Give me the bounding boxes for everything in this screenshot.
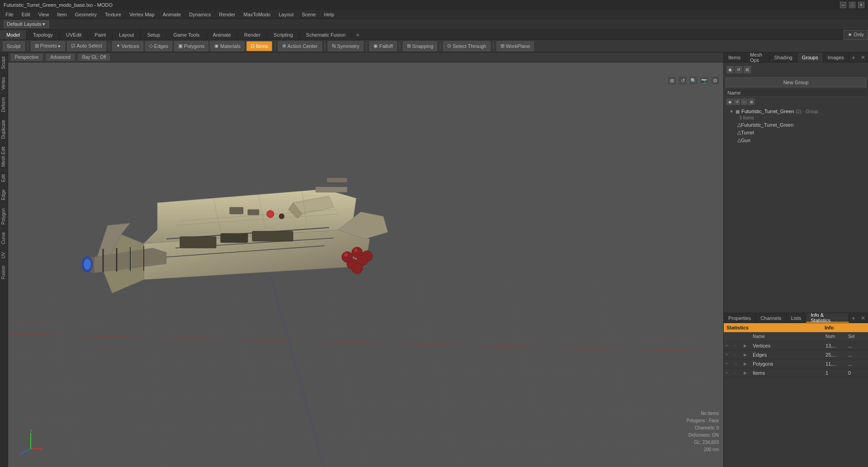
group-child-3[interactable]: △ Gun <box>726 136 865 144</box>
symmetry-button[interactable]: ⇆ Symmetry <box>328 41 364 51</box>
collapse-items[interactable]: - <box>735 371 744 375</box>
perspective-button[interactable]: Perspective <box>11 54 42 61</box>
tab-channels[interactable]: Channels <box>756 313 786 323</box>
group-child-2[interactable]: △ Turret <box>726 129 865 136</box>
select-through-button[interactable]: ⊙ Select Through <box>443 41 490 51</box>
tab-render[interactable]: Render <box>238 30 267 39</box>
menu-scene[interactable]: Scene <box>298 11 319 18</box>
tab-model[interactable]: Model <box>0 30 27 39</box>
ray-gl-button[interactable]: Ray GL: Off <box>78 54 110 61</box>
tab-paint[interactable]: Paint <box>88 30 113 39</box>
minimize-button[interactable]: ─ <box>840 2 846 8</box>
add-rpanel-tab[interactable]: + <box>849 53 858 62</box>
tab-images[interactable]: Images <box>823 52 849 62</box>
tab-topology[interactable]: Topology <box>27 30 60 39</box>
menu-animate[interactable]: Animate <box>159 11 184 18</box>
action-center-button[interactable]: ⊕ Action Center <box>278 41 322 51</box>
tab-scripting[interactable]: Scripting <box>267 30 300 39</box>
sidebar-tab-curve[interactable]: Curve <box>0 228 8 248</box>
tab-mesh-ops[interactable]: Mesh Ops <box>745 52 769 62</box>
close-rpanel-button[interactable]: ✕ <box>858 53 868 62</box>
tab-groups[interactable]: Groups <box>797 52 823 62</box>
groups-icon-2[interactable]: ↺ <box>735 66 742 73</box>
menu-file[interactable]: File <box>2 11 17 18</box>
sidebar-tab-edge[interactable]: Edge <box>0 186 8 204</box>
group-item-ctrl-2[interactable]: ↺ <box>734 99 740 105</box>
menu-maxtomodo[interactable]: MaxToModo <box>240 11 274 18</box>
menu-render[interactable]: Render <box>215 11 239 18</box>
group-child-1[interactable]: △ Futuristic_Turret_Green <box>726 121 865 129</box>
edges-button[interactable]: ◇ Edges <box>145 41 172 51</box>
workplane-button[interactable]: ⊞ WorkPlane <box>496 41 534 51</box>
tab-properties[interactable]: Properties <box>724 313 756 323</box>
groups-tree: ▼ ▦ Futuristic_Turret_Green (2) · Group … <box>726 107 866 145</box>
sidebar-tab-vertex[interactable]: Vertex <box>0 73 8 93</box>
tab-lists[interactable]: Lists <box>787 313 807 323</box>
close-button[interactable]: ✕ <box>858 2 864 8</box>
arrow-polygons[interactable]: ▶ <box>744 362 753 366</box>
sidebar-tab-edit[interactable]: Edit <box>0 170 8 186</box>
viewport[interactable]: Perspective Advanced Ray GL: Off ⊞ ↺ 🔍 📷… <box>8 52 723 467</box>
tab-uvedit[interactable]: UVEdit <box>60 30 88 39</box>
arrow-items[interactable]: ▶ <box>744 371 753 375</box>
tab-setup[interactable]: Setup <box>141 30 167 39</box>
tab-info-statistics[interactable]: Info & Statistics <box>806 313 849 323</box>
tab-items[interactable]: Items <box>724 52 745 62</box>
arrow-vertices[interactable]: ▶ <box>744 343 753 348</box>
menu-item[interactable]: Item <box>53 11 70 18</box>
sidebar-tab-mesh-edit[interactable]: Mesh Edit <box>0 143 8 170</box>
sidebar-tab-deform[interactable]: Deform <box>0 93 8 116</box>
add-bpanel-tab[interactable]: + <box>849 314 858 323</box>
arrow-edges[interactable]: ▶ <box>744 353 753 357</box>
groups-icon-3[interactable]: ⊞ <box>744 66 751 73</box>
close-bpanel-button[interactable]: ✕ <box>858 314 868 322</box>
sidebar-tab-polygon[interactable]: Polygon <box>0 204 8 228</box>
menu-view[interactable]: View <box>35 11 53 18</box>
expand-vertices[interactable]: + <box>726 343 735 348</box>
sidebar-tab-sculpt[interactable]: Sculpt <box>0 52 8 73</box>
sidebar-tab-fusion[interactable]: Fusion <box>0 262 8 283</box>
vertices-button[interactable]: ✦ Vertices <box>112 41 143 51</box>
groups-icon-1[interactable]: ◉ <box>726 66 734 73</box>
tab-shading[interactable]: Shading <box>769 52 797 62</box>
tab-schematic-fusion[interactable]: Schematic Fusion <box>300 30 352 39</box>
tab-layout[interactable]: Layout <box>113 30 141 39</box>
collapse-polygons[interactable]: - <box>735 362 744 366</box>
stats-row-polygons: + - ▶ Polygons 11,... ... <box>724 359 868 368</box>
only-button[interactable]: ★ Only <box>844 30 868 40</box>
expand-items[interactable]: + <box>726 371 735 375</box>
expand-edges[interactable]: + <box>726 353 735 357</box>
polygons-button[interactable]: ▣ Polygons <box>174 41 208 51</box>
menu-vertex-map[interactable]: Vertex Map <box>126 11 158 18</box>
advanced-button[interactable]: Advanced <box>46 54 74 61</box>
group-item-ctrl-4[interactable]: ⊞ <box>748 99 755 105</box>
group-item-ctrl-3[interactable]: □ <box>741 99 747 105</box>
maximize-button[interactable]: □ <box>849 2 855 8</box>
auto-select-button[interactable]: ☑ Auto Select <box>67 41 106 51</box>
tab-animate[interactable]: Animate <box>207 30 238 39</box>
group-root-item[interactable]: ▼ ▦ Futuristic_Turret_Green (2) · Group <box>726 108 865 115</box>
add-tab-button[interactable]: + <box>352 30 363 39</box>
presets-button[interactable]: ⊞ Presets ▸ <box>31 41 65 51</box>
sculpt-button[interactable]: Sculpt <box>3 41 25 51</box>
advanced-label: Advanced <box>50 55 70 60</box>
menu-dynamics[interactable]: Dynamics <box>185 11 214 18</box>
menu-layout[interactable]: Layout <box>275 11 297 18</box>
menu-texture[interactable]: Texture <box>101 11 125 18</box>
collapse-vertices[interactable]: - <box>735 343 744 348</box>
falloff-button[interactable]: ◉ Falloff <box>369 41 397 51</box>
expand-polygons[interactable]: + <box>726 362 735 366</box>
items-button[interactable]: ⊡ Items <box>246 41 272 51</box>
menu-edit[interactable]: Edit <box>18 11 34 18</box>
snapping-button[interactable]: ⊞ Snapping <box>403 41 438 51</box>
materials-button[interactable]: ◉ Materials <box>210 41 245 51</box>
menu-help[interactable]: Help <box>321 11 338 18</box>
tab-game-tools[interactable]: Game Tools <box>167 30 207 39</box>
sidebar-tab-duplicate[interactable]: Duplicate <box>0 116 8 143</box>
layout-selector[interactable]: Default Layouts ▾ <box>4 20 49 28</box>
sidebar-tab-uv[interactable]: UV <box>0 248 8 262</box>
menu-geometry[interactable]: Geometry <box>71 11 100 18</box>
group-item-ctrl-1[interactable]: ◉ <box>726 99 733 105</box>
collapse-edges[interactable]: - <box>735 353 744 357</box>
new-group-button[interactable]: New Group <box>726 77 866 87</box>
